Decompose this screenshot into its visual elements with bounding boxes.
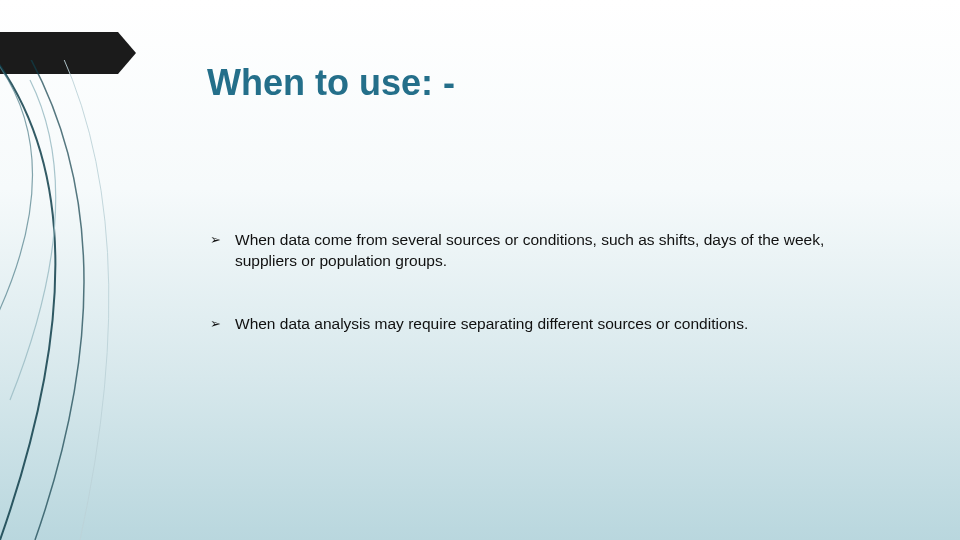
slide: When to use: - ➢ When data come from sev… <box>0 0 960 540</box>
bullet-list: ➢ When data come from several sources or… <box>210 230 875 377</box>
leaf-decoration-icon <box>0 60 200 540</box>
top-accent-bar <box>0 32 118 74</box>
list-item: ➢ When data analysis may require separat… <box>210 314 875 335</box>
bullet-arrow-icon: ➢ <box>210 231 221 249</box>
bullet-arrow-icon: ➢ <box>210 315 221 333</box>
bullet-text: When data analysis may require separatin… <box>235 314 748 335</box>
slide-title: When to use: - <box>207 62 455 104</box>
list-item: ➢ When data come from several sources or… <box>210 230 875 272</box>
bullet-text: When data come from several sources or c… <box>235 230 875 272</box>
